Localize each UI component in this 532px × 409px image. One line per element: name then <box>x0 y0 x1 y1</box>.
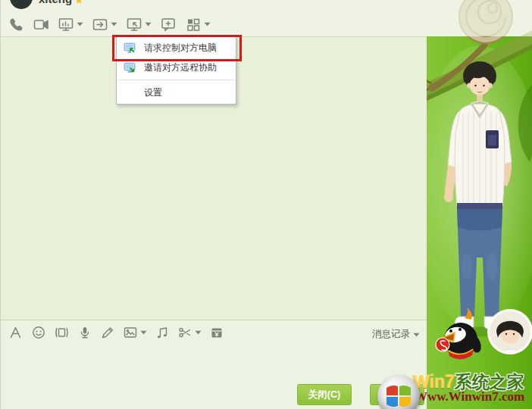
video-call-button[interactable] <box>33 16 49 33</box>
message-input[interactable] <box>1 345 427 382</box>
menu-item-request-control[interactable]: 请求控制对方电脑 <box>117 38 236 58</box>
remote-desktop-button[interactable] <box>126 16 152 33</box>
chevron-down-icon <box>111 22 117 27</box>
apps-grid-icon <box>185 16 202 33</box>
contact-name: xiteng <box>39 0 72 5</box>
emoji-icon <box>31 325 46 340</box>
music-note-icon <box>155 325 170 340</box>
contact-avatar[interactable] <box>10 0 33 9</box>
phone-icon <box>8 16 24 33</box>
music-button[interactable] <box>155 325 170 340</box>
menu-item-label: 邀请对方远程协助 <box>144 61 217 74</box>
chevron-down-icon <box>145 22 152 27</box>
qq-chat-window: xiteng ★ <box>0 0 532 409</box>
vip-star-icon: ★ <box>74 0 84 6</box>
screenshot-button[interactable] <box>177 325 202 340</box>
image-icon <box>123 325 138 340</box>
pen-icon <box>100 325 115 340</box>
shake-icon <box>54 325 70 340</box>
message-history-link[interactable]: 消息记录 <box>372 328 420 341</box>
composer-divider <box>1 320 427 320</box>
menu-item-label: 请求控制对方电脑 <box>144 42 217 55</box>
menu-separator <box>118 80 234 80</box>
remote-desktop-menu: 请求控制对方电脑 邀请对方远程协助 设置 <box>116 36 236 105</box>
screen-share-icon <box>58 16 74 33</box>
font-icon <box>8 325 23 340</box>
emoji-button[interactable] <box>31 325 46 340</box>
file-transfer-button[interactable] <box>92 16 117 33</box>
qq-show-panel <box>410 0 532 409</box>
new-message-button[interactable] <box>160 16 177 33</box>
microphone-icon <box>77 325 92 340</box>
handwriting-button[interactable] <box>100 325 115 340</box>
monitor-request-icon <box>124 42 136 54</box>
red-packet-button[interactable] <box>209 325 224 340</box>
scissors-icon <box>177 325 192 340</box>
remote-desktop-icon <box>126 16 142 33</box>
menu-item-label: 设置 <box>144 86 162 99</box>
monitor-assist-icon <box>124 61 136 73</box>
chat-toolbar <box>8 14 219 35</box>
window-shake-button[interactable] <box>54 325 70 340</box>
voice-call-button[interactable] <box>8 16 24 33</box>
close-button[interactable]: 关闭(C) <box>297 384 352 405</box>
composer-toolbar <box>8 325 232 340</box>
menu-item-invite-assist[interactable]: 邀请对方远程协助 <box>117 58 236 77</box>
chevron-down-icon <box>204 22 211 27</box>
chevron-down-icon <box>413 333 420 337</box>
toolbar-fade-overlay <box>427 0 532 36</box>
chat-plus-icon <box>160 16 177 33</box>
watermark-url: Www.Winwin7.com <box>415 389 524 404</box>
screen-share-button[interactable] <box>58 16 83 33</box>
voice-message-button[interactable] <box>77 325 92 340</box>
windows-flag-icon <box>383 381 414 409</box>
red-packet-icon <box>209 325 224 340</box>
chevron-down-icon <box>140 330 147 335</box>
message-history-label: 消息记录 <box>372 328 410 341</box>
font-button[interactable] <box>8 325 23 340</box>
chevron-down-icon <box>77 22 83 27</box>
file-send-icon <box>92 16 108 33</box>
menu-item-settings[interactable]: 设置 <box>117 83 236 102</box>
chevron-down-icon <box>195 330 202 335</box>
video-camera-icon <box>33 16 49 33</box>
image-button[interactable] <box>123 325 147 340</box>
apps-button[interactable] <box>185 16 211 33</box>
